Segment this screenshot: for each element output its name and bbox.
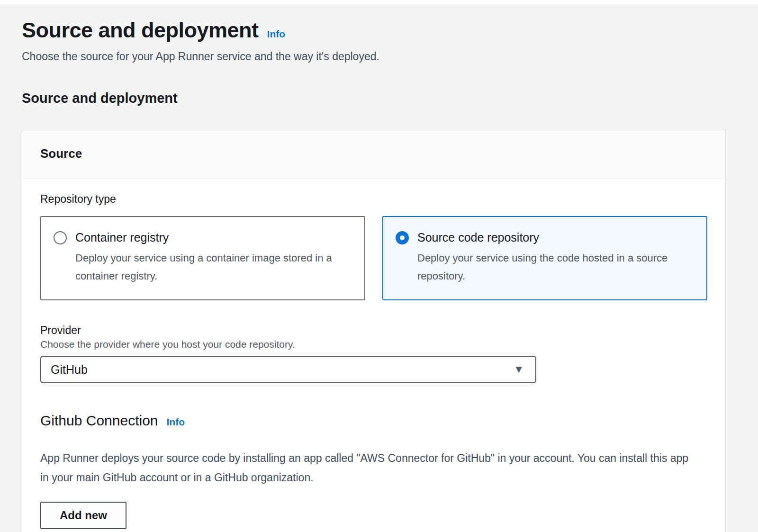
repository-type-label: Repository type	[40, 193, 707, 206]
tile-source-code-repository-title: Source code repository	[417, 229, 683, 245]
page-content: Source and deployment Info Choose the so…	[0, 18, 758, 532]
provider-selected-value: GitHub	[51, 363, 88, 377]
tile-container-registry[interactable]: Container registry Deploy your service u…	[40, 216, 365, 300]
source-panel-body: Repository type Container registry Deplo…	[22, 179, 725, 532]
github-connection-heading: Github Connection	[40, 413, 158, 429]
tile-source-code-repository-description: Deploy your service using the code hoste…	[417, 249, 683, 285]
add-new-button[interactable]: Add new	[40, 502, 126, 529]
tile-source-code-repository[interactable]: Source code repository Deploy your servi…	[382, 216, 707, 300]
provider-field: Provider Choose the provider where you h…	[40, 324, 707, 383]
provider-label: Provider	[40, 324, 707, 337]
github-connection-info-link[interactable]: Info	[167, 416, 185, 428]
section-heading: Source and deployment	[22, 90, 726, 106]
tile-container-registry-title: Container registry	[75, 229, 341, 245]
source-panel: Source Repository type Container registr…	[22, 129, 726, 532]
tile-container-registry-description: Deploy your service using a container im…	[75, 249, 341, 285]
repository-type-tiles: Container registry Deploy your service u…	[40, 216, 707, 300]
page-header: Source and deployment Info	[22, 18, 726, 43]
tile-text: Container registry Deploy your service u…	[75, 229, 341, 285]
page-title-info-link[interactable]: Info	[267, 28, 285, 40]
page-title: Source and deployment	[22, 18, 259, 43]
page-subtitle: Choose the source for your App Runner se…	[22, 50, 726, 63]
github-connection-body: App Runner deploys your source code by i…	[40, 449, 699, 487]
provider-select[interactable]: GitHub ▼	[40, 356, 536, 383]
source-panel-title: Source	[40, 146, 707, 161]
caret-down-icon: ▼	[514, 364, 524, 375]
provider-description: Choose the provider where you host your …	[40, 339, 707, 350]
source-panel-header: Source	[22, 129, 725, 179]
top-strip	[0, 0, 758, 5]
tile-text: Source code repository Deploy your servi…	[417, 229, 683, 285]
radio-button-selected-icon[interactable]	[396, 231, 409, 244]
radio-button-icon[interactable]	[54, 231, 67, 244]
github-connection-header: Github Connection Info	[40, 413, 707, 429]
